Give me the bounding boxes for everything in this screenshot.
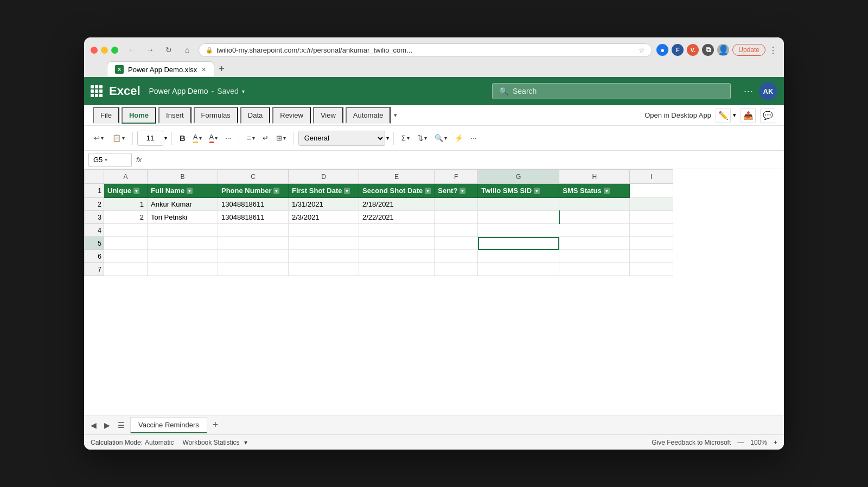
cell-6-c[interactable] xyxy=(218,250,289,263)
header-cell-phone[interactable]: Phone Number▾ xyxy=(218,184,289,198)
cell-2-h[interactable] xyxy=(559,198,630,211)
cell-7-a[interactable] xyxy=(104,263,148,276)
sort-button[interactable]: ⇅ ▾ xyxy=(414,132,430,144)
user-profile-icon[interactable]: 👤 xyxy=(717,44,729,56)
cell-7-h[interactable] xyxy=(559,263,630,276)
lightning-button[interactable]: ⚡ xyxy=(451,132,467,144)
cell-5-e[interactable] xyxy=(359,237,435,250)
cell-7-c[interactable] xyxy=(218,263,289,276)
tab-formulas[interactable]: Formulas xyxy=(194,107,238,124)
cell-5-h[interactable] xyxy=(559,237,630,250)
cell-4-a[interactable] xyxy=(104,224,148,237)
cell-7-b[interactable] xyxy=(148,263,218,276)
cell-2-d[interactable]: 1/31/2021 xyxy=(289,198,359,211)
cell-4-e[interactable] xyxy=(359,224,435,237)
cell-3-e[interactable]: 2/22/2021 xyxy=(359,211,435,224)
cell-4-h[interactable] xyxy=(559,224,630,237)
tab-review[interactable]: Review xyxy=(272,107,311,124)
sum-button[interactable]: Σ ▾ xyxy=(398,132,413,144)
header-cell-firstshot[interactable]: First Shot Date▾ xyxy=(289,184,359,198)
update-button[interactable]: Update xyxy=(732,44,765,56)
cell-7-f[interactable] xyxy=(435,263,478,276)
cell-3-h[interactable] xyxy=(559,211,630,224)
header-cell-sent[interactable]: Sent?▾ xyxy=(435,184,478,198)
header-cell-twilio-sid[interactable]: Twilio SMS SID▾ xyxy=(478,184,559,198)
edit-icon-button[interactable]: ✏️ xyxy=(716,108,731,123)
tab-data[interactable]: Data xyxy=(240,107,270,124)
cell-7-i[interactable] xyxy=(630,263,673,276)
filter-icon[interactable]: ▾ xyxy=(133,188,139,194)
sheet-prev-button[interactable]: ◀ xyxy=(88,420,99,431)
clipboard-button[interactable]: 📋 ▾ xyxy=(109,132,128,144)
cell-4-g[interactable] xyxy=(478,224,559,237)
cell-2-c[interactable]: 13048818611 xyxy=(218,198,289,211)
tab-automate[interactable]: Automate xyxy=(346,107,391,124)
cell-6-h[interactable] xyxy=(559,250,630,263)
cell-5-c[interactable] xyxy=(218,237,289,250)
header-cell-sms-status[interactable]: SMS Status▾ xyxy=(559,184,630,198)
sheet-tab-vaccine-reminders[interactable]: Vaccine Reminders xyxy=(130,417,207,433)
open-desktop-app-button[interactable]: Open in Desktop App xyxy=(644,111,711,119)
highlight-color-button[interactable]: A ▾ xyxy=(190,131,205,145)
cell-2-i[interactable] xyxy=(630,198,673,211)
user-avatar[interactable]: AK xyxy=(759,82,777,100)
tab-file[interactable]: File xyxy=(93,107,119,124)
cell-3-f[interactable] xyxy=(435,211,478,224)
more-font-options[interactable]: ··· xyxy=(222,132,234,144)
header-cell-secondshot[interactable]: Second Shot Date▾ xyxy=(359,184,435,198)
cell-5-g-selected[interactable] xyxy=(478,237,559,250)
minimize-window-button[interactable] xyxy=(101,47,108,54)
alignment-button[interactable]: ≡ ▾ xyxy=(244,132,258,144)
cell-7-g[interactable] xyxy=(478,263,559,276)
cell-6-a[interactable] xyxy=(104,250,148,263)
cell-6-d[interactable] xyxy=(289,250,359,263)
cell-3-d[interactable]: 2/3/2021 xyxy=(289,211,359,224)
tab-home[interactable]: Home xyxy=(122,107,156,124)
cell-2-e[interactable]: 2/18/2021 xyxy=(359,198,435,211)
cell-3-b[interactable]: Tori Petnski xyxy=(148,211,218,224)
tab-insert[interactable]: Insert xyxy=(158,107,192,124)
waffle-menu-button[interactable] xyxy=(91,85,103,97)
cell-7-d[interactable] xyxy=(289,263,359,276)
filter-icon[interactable]: ▾ xyxy=(604,188,610,194)
filter-icon[interactable]: ▾ xyxy=(344,188,350,194)
cell-reference-box[interactable]: G5 ▾ xyxy=(88,153,132,167)
header-cell-fullname[interactable]: Full Name▾ xyxy=(148,184,218,198)
cell-1-i[interactable] xyxy=(630,184,673,198)
cell-6-b[interactable] xyxy=(148,250,218,263)
status-dropdown-icon[interactable]: ▾ xyxy=(244,439,247,446)
workbook-stats-button[interactable]: Workbook Statistics xyxy=(182,439,239,446)
header-cell-unique[interactable]: Unique▾ xyxy=(104,184,148,198)
cell-4-d[interactable] xyxy=(289,224,359,237)
cell-6-i[interactable] xyxy=(630,250,673,263)
format-chevron[interactable]: ▾ xyxy=(386,135,389,141)
more-toolbar-options[interactable]: ··· xyxy=(468,132,480,144)
font-size-chevron[interactable]: ▾ xyxy=(164,135,167,141)
add-sheet-button[interactable]: + xyxy=(210,419,221,431)
address-bar[interactable]: 🔒 twilio0-my.sharepoint.com/:x:/r/person… xyxy=(199,43,652,57)
cell-4-c[interactable] xyxy=(218,224,289,237)
filter-icon[interactable]: ▾ xyxy=(425,188,431,194)
tab-close-button[interactable]: ✕ xyxy=(201,66,206,73)
merge-cells-button[interactable]: ⊞ ▾ xyxy=(273,132,289,144)
cell-5-a[interactable] xyxy=(104,237,148,250)
cell-5-d[interactable] xyxy=(289,237,359,250)
cell-2-g[interactable] xyxy=(478,198,559,211)
number-format-select[interactable]: General xyxy=(298,131,385,146)
edit-dropdown-icon[interactable]: ▾ xyxy=(733,112,736,119)
formula-input[interactable] xyxy=(146,156,780,164)
font-color-button[interactable]: A ▾ xyxy=(206,131,221,145)
comment-icon-button[interactable]: 💬 xyxy=(760,108,775,123)
cell-3-i[interactable] xyxy=(630,211,673,224)
cell-6-e[interactable] xyxy=(359,250,435,263)
workbook-title[interactable]: Power App Demo - Saved ▾ xyxy=(149,87,245,95)
cell-2-f[interactable] xyxy=(435,198,478,211)
cell-4-f[interactable] xyxy=(435,224,478,237)
font-size-input[interactable] xyxy=(137,131,163,146)
cell-5-f[interactable] xyxy=(435,237,478,250)
cell-5-i[interactable] xyxy=(630,237,673,250)
maximize-window-button[interactable] xyxy=(111,47,118,54)
cell-4-i[interactable] xyxy=(630,224,673,237)
cell-6-g[interactable] xyxy=(478,250,559,263)
find-button[interactable]: 🔍 ▾ xyxy=(431,132,450,144)
